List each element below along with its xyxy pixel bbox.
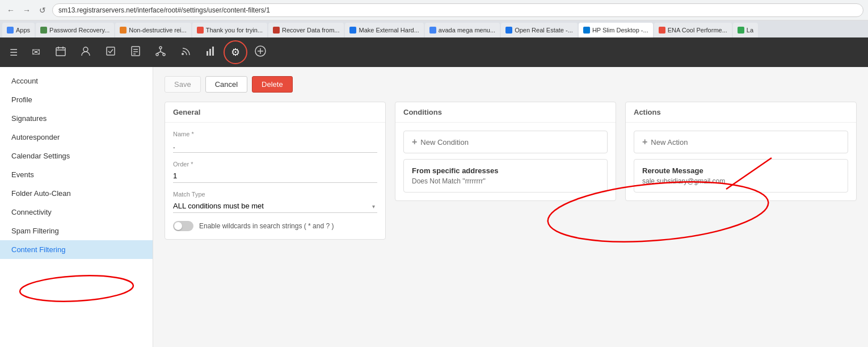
- order-field-group: Order *: [173, 161, 377, 183]
- settings-button[interactable]: ⚙: [224, 40, 247, 64]
- tasks-button[interactable]: [99, 40, 123, 64]
- sidebar-item-content-filtering[interactable]: Content Filtering: [0, 240, 153, 259]
- tab-recoverdata[interactable]: Recover Data from...: [268, 23, 344, 37]
- browser-bar: ← → ↺: [0, 0, 868, 20]
- toggle-knob: [174, 222, 182, 230]
- add-action-label: New Action: [651, 138, 688, 147]
- chart-button[interactable]: [199, 40, 222, 64]
- plus-icon-action: +: [642, 137, 647, 147]
- calendar-icon: [55, 45, 66, 60]
- add-condition-button[interactable]: + New Condition: [403, 131, 608, 153]
- tasks-icon: [105, 45, 116, 60]
- app-toolbar: ☰ ✉: [0, 37, 868, 67]
- svg-point-12: [163, 53, 165, 56]
- tab-ena[interactable]: ENA Cool Performe...: [654, 23, 732, 37]
- sidebar-item-calendar-settings[interactable]: Calendar Settings: [0, 147, 153, 165]
- tab-favicon-hpslim: [583, 27, 590, 34]
- match-type-select-wrapper: ALL conditions must be met ANY condition…: [173, 199, 377, 213]
- actions-panel-header: Actions: [626, 102, 856, 123]
- sidebar-item-account[interactable]: Account: [0, 72, 153, 90]
- sidebar-item-signatures[interactable]: Signatures: [0, 109, 153, 128]
- order-input[interactable]: [173, 169, 377, 183]
- sidebar-item-events[interactable]: Events: [0, 165, 153, 184]
- tab-openrealestate[interactable]: Open Real Estate -...: [501, 23, 578, 37]
- svg-line-14: [157, 52, 161, 53]
- reload-button[interactable]: ↺: [36, 4, 49, 16]
- tab-favicon-makeexternal: [349, 27, 356, 34]
- tree-button[interactable]: [149, 40, 172, 64]
- svg-point-10: [159, 47, 162, 49]
- save-button[interactable]: Save: [165, 76, 201, 93]
- match-type-label: Match Type: [173, 191, 377, 198]
- menu-button[interactable]: ☰: [5, 40, 23, 64]
- actions-panel-body: + New Action Reroute Message sale.subsid…: [626, 123, 856, 200]
- tree-icon: [155, 45, 166, 60]
- toggle-label: Enable wildcards in search strings ( * a…: [199, 222, 334, 230]
- mail-button[interactable]: ✉: [24, 40, 48, 64]
- general-panel-body: Name * Order * Match Type ALL conditions…: [165, 123, 385, 239]
- tab-label-recoverdata: Recover Data from...: [282, 27, 339, 34]
- toggle-row: Enable wildcards in search strings ( * a…: [173, 221, 377, 231]
- name-label: Name *: [173, 131, 377, 137]
- sidebar-item-profile[interactable]: Profile: [0, 90, 153, 109]
- rss-icon: [180, 45, 191, 60]
- rss-button[interactable]: [174, 40, 197, 64]
- sidebar-item-autoresponder[interactable]: Autoresponder: [0, 128, 153, 147]
- wildcard-toggle[interactable]: [173, 221, 193, 231]
- tab-label-ena: ENA Cool Performe...: [668, 27, 727, 34]
- forward-button[interactable]: →: [20, 4, 33, 16]
- back-button[interactable]: ←: [5, 4, 17, 16]
- name-field-group: Name *: [173, 131, 377, 153]
- url-bar[interactable]: [52, 3, 863, 17]
- content-area: Save Cancel Delete General Name * Order …: [153, 67, 868, 347]
- action-title: Reroute Message: [642, 166, 840, 175]
- sidebar-item-connectivity[interactable]: Connectivity: [0, 203, 153, 221]
- cancel-button[interactable]: Cancel: [205, 76, 247, 93]
- tab-favicon-apps: [7, 27, 14, 34]
- condition-card: From specific addresses Does Not Match "…: [403, 159, 608, 193]
- hamburger-icon: ☰: [10, 47, 18, 58]
- notes-button[interactable]: [124, 40, 148, 64]
- delete-button[interactable]: Delete: [252, 76, 293, 93]
- add-action-button[interactable]: + New Action: [634, 131, 848, 153]
- general-panel: General Name * Order * Match Type: [165, 102, 386, 240]
- condition-subtitle: Does Not Match "rrrrrrrr": [412, 177, 599, 185]
- add-app-button[interactable]: [248, 40, 272, 64]
- action-card: Reroute Message sale.subsidiary@gmail.co…: [634, 159, 848, 193]
- tab-apps[interactable]: Apps: [2, 23, 35, 37]
- tab-label-la: La: [747, 27, 753, 34]
- calendar-button[interactable]: [49, 40, 73, 64]
- tab-favicon-recoverdata: [273, 27, 280, 34]
- svg-line-15: [161, 52, 164, 53]
- sidebar: Account Profile Signatures Autoresponder…: [0, 67, 153, 347]
- chart-icon: [205, 45, 216, 60]
- tab-avada[interactable]: avada mega menu...: [425, 23, 500, 37]
- general-panel-header: General: [165, 102, 385, 123]
- tab-favicon-nondestructive: [120, 27, 127, 34]
- tab-hpslim[interactable]: HP Slim Desktop -...: [579, 23, 653, 37]
- plus-icon: +: [412, 137, 417, 147]
- tab-favicon-password: [40, 27, 47, 34]
- action-bar: Save Cancel Delete: [165, 76, 857, 93]
- tab-thankyou[interactable]: Thank you for tryin...: [192, 23, 267, 37]
- name-input[interactable]: [173, 139, 377, 153]
- contacts-button[interactable]: [74, 40, 98, 64]
- tab-label-apps: Apps: [16, 27, 30, 34]
- tab-label-password: Password Recovery...: [49, 27, 109, 34]
- svg-rect-5: [107, 47, 115, 55]
- svg-rect-17: [207, 51, 208, 56]
- tab-label-makeexternal: Make External Hard...: [359, 27, 419, 34]
- sidebar-item-spam-filtering[interactable]: Spam Filtering: [0, 221, 153, 240]
- tabs-bar: Apps Password Recovery... Non-destructiv…: [0, 20, 868, 37]
- svg-point-16: [182, 53, 184, 55]
- tab-label-nondestructive: Non-destructive rei...: [129, 27, 186, 34]
- tab-la[interactable]: La: [733, 23, 758, 37]
- tab-favicon-avada: [429, 27, 436, 34]
- tab-nondestructive[interactable]: Non-destructive rei...: [115, 23, 191, 37]
- tab-makeexternal[interactable]: Make External Hard...: [345, 23, 423, 37]
- tab-password[interactable]: Password Recovery...: [36, 23, 114, 37]
- match-type-select[interactable]: ALL conditions must be met ANY condition…: [173, 199, 377, 213]
- add-app-icon: [254, 45, 267, 60]
- main-layout: Account Profile Signatures Autoresponder…: [0, 67, 868, 347]
- sidebar-item-folder-auto-clean[interactable]: Folder Auto-Clean: [0, 184, 153, 203]
